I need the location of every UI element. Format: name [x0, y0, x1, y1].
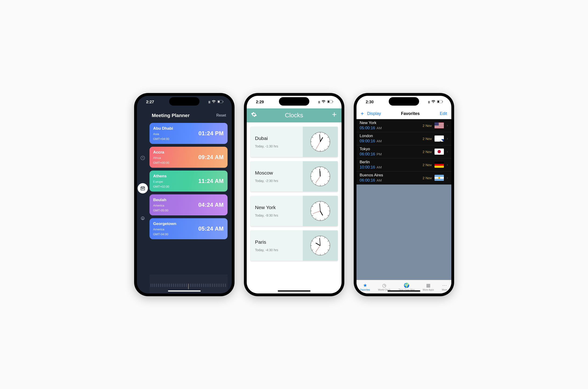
city-gmt: GMT-04:00	[153, 232, 176, 236]
clock-city: New York	[255, 205, 298, 210]
favorite-row[interactable]: Buenos Aires 06:00:16AM 2 Nov ›	[356, 171, 451, 185]
city-gmt: GMT-05:00	[153, 209, 168, 212]
favorite-city: New York	[360, 121, 382, 125]
tab-world-clock[interactable]: ◷World Clock	[378, 283, 391, 291]
flag-icon	[434, 135, 444, 142]
sidebar-settings-button[interactable]	[138, 214, 148, 224]
display-button[interactable]: Display	[367, 111, 381, 116]
favorite-city: Buenos Aires	[360, 173, 383, 178]
clock-row[interactable]: Paris Today, -4:30 hrs	[250, 230, 338, 261]
clock-city: Paris	[255, 239, 298, 245]
clock-row[interactable]: Moscow Today, -2:30 hrs	[250, 161, 338, 192]
city-card[interactable]: Georgetown America GMT-04:00 05:24 AM	[150, 218, 228, 239]
city-region: Europe	[153, 180, 169, 183]
favorite-row[interactable]: London 09:00:16AM 2 Nov ›	[356, 132, 451, 145]
tab-icon: ▦	[426, 283, 431, 288]
tab-more-apps[interactable]: ▦More Apps	[423, 283, 434, 291]
analog-clock	[303, 196, 338, 226]
tab-label: Favorites	[360, 289, 370, 291]
svg-rect-2	[223, 101, 223, 102]
favorite-date: 2 Nov	[423, 176, 432, 180]
clock-offset: Today, -1:30 hrs	[255, 144, 298, 148]
tab-favorites[interactable]: ★Favorites	[360, 283, 370, 291]
favorite-city: Berlin	[360, 160, 382, 164]
city-card[interactable]: Accra Africa GMT+00:00 09:24 AM	[150, 147, 228, 168]
favorite-row[interactable]: Tokyo 06:00:16PM 2 Nov ›	[356, 145, 451, 159]
clock-city: Dubai	[255, 135, 298, 141]
svg-rect-11	[333, 101, 333, 102]
favorites-navbar: + Display Favorites Edit	[356, 108, 451, 119]
favorite-time: 05:00:16AM	[360, 126, 382, 130]
status-icons: ⁞⁞	[208, 100, 224, 104]
settings-icon[interactable]	[251, 111, 257, 119]
city-name: Accra	[153, 150, 169, 155]
tab-label: More	[442, 289, 447, 291]
svg-point-6	[143, 188, 143, 189]
tab-icon: ★	[363, 283, 367, 288]
signal-icon: ⁞⁞	[208, 100, 210, 104]
status-icons: ⁞⁞	[428, 100, 443, 104]
home-indicator[interactable]	[168, 291, 201, 292]
status-icons: ⁞⁞	[318, 100, 334, 104]
signal-icon: ⁞⁞	[318, 100, 320, 104]
favorite-time: 09:00:16AM	[360, 139, 382, 143]
tab-time-zone-map[interactable]: 🌍Time Zone Map	[399, 283, 415, 291]
sidebar-calendar-button[interactable]	[138, 183, 148, 194]
city-time: 09:24 AM	[198, 154, 223, 161]
tab-more[interactable]: ⋯More	[442, 283, 447, 291]
edit-button[interactable]: Edit	[440, 111, 447, 116]
city-region: America	[153, 204, 168, 207]
analog-clock	[303, 230, 338, 261]
svg-rect-13	[437, 101, 439, 102]
city-gmt: GMT+00:00	[153, 161, 169, 164]
city-time: 11:24 AM	[198, 178, 223, 184]
clock-city: Moscow	[255, 170, 298, 176]
city-name: Abu Dhabi	[153, 126, 173, 131]
favorite-row[interactable]: Berlin 10:00:16AM 2 Nov ›	[356, 159, 451, 171]
favorite-time: 06:00:16PM	[360, 152, 382, 157]
add-clock-button[interactable]	[331, 111, 337, 119]
battery-icon	[437, 100, 443, 104]
sidebar	[137, 108, 149, 293]
flag-icon	[434, 149, 444, 155]
chevron-right-icon: ›	[447, 162, 448, 167]
city-time: 04:24 AM	[198, 202, 223, 208]
city-card[interactable]: Athens Europe GMT+02:00 11:24 AM	[150, 170, 228, 192]
favorite-city: London	[360, 134, 382, 138]
clock-row[interactable]: New York Today, -9:30 hrs	[250, 196, 338, 226]
sidebar-clock-button[interactable]	[138, 153, 148, 163]
analog-clock	[303, 161, 338, 192]
city-card[interactable]: Beulah America GMT-05:00 04:24 AM	[150, 194, 228, 215]
status-time: 2:30	[366, 100, 374, 104]
chevron-right-icon: ›	[447, 176, 448, 180]
home-indicator[interactable]	[278, 291, 310, 292]
wifi-icon	[321, 100, 326, 104]
city-time: 01:24 PM	[198, 130, 223, 137]
city-time: 05:24 AM	[198, 226, 223, 232]
phone-meeting-planner: 2:27 ⁞⁞	[134, 93, 235, 296]
svg-point-8	[142, 218, 143, 219]
city-card[interactable]: Abu Dhabi Asia GMT+04:00 01:24 PM	[150, 123, 228, 144]
favorite-row[interactable]: New York 05:00:16AM 2 Nov ›	[356, 119, 451, 132]
city-gmt: GMT+04:00	[153, 137, 173, 141]
city-name: Athens	[153, 174, 169, 178]
chevron-right-icon: ›	[447, 136, 448, 141]
favorite-city: Tokyo	[360, 147, 382, 151]
notch	[169, 97, 199, 106]
city-region: Africa	[153, 156, 169, 160]
reset-button[interactable]: Reset	[216, 113, 226, 118]
favorite-time: 06:00:16AM	[360, 178, 383, 183]
notch	[389, 97, 419, 106]
home-indicator[interactable]	[388, 291, 420, 292]
clocks-title: Clocks	[285, 112, 303, 119]
signal-icon: ⁞⁞	[428, 100, 430, 104]
favorite-time: 10:00:16AM	[360, 165, 382, 170]
clock-offset: Today, -4:30 hrs	[255, 248, 298, 252]
clocks-header: Clocks	[247, 108, 341, 122]
add-button[interactable]: +	[361, 110, 364, 117]
favorite-date: 2 Nov	[423, 124, 432, 128]
battery-icon	[327, 100, 334, 104]
clock-row[interactable]: Dubai Today, -1:30 hrs	[250, 127, 338, 157]
battery-icon	[217, 100, 224, 104]
clock-offset: Today, -9:30 hrs	[255, 214, 298, 217]
